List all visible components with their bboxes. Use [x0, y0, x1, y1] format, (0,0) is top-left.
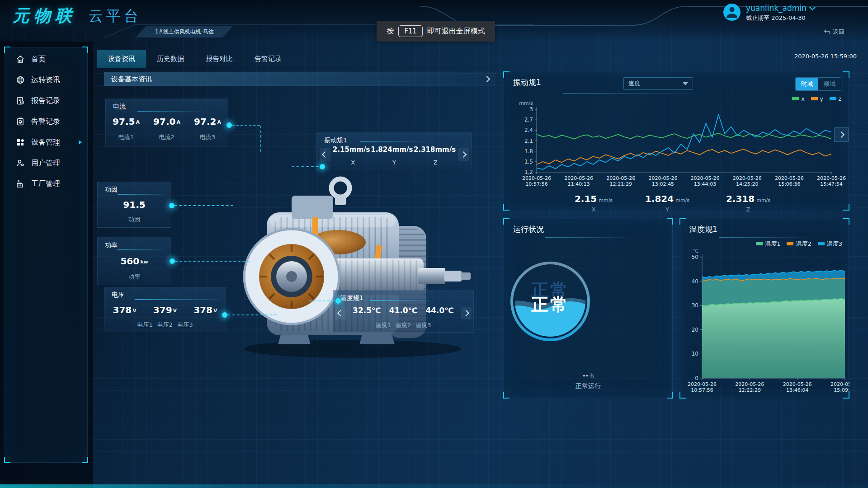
- sidebar-item-label: 用户管理: [31, 159, 60, 168]
- sidebar-item-user-management[interactable]: 用户管理: [5, 154, 87, 172]
- svg-text:2020-05-2614:25:20: 2020-05-2614:25:20: [733, 175, 762, 187]
- vibration-prev-button[interactable]: [320, 148, 330, 161]
- temperature-chart: 50403020100℃2020-05-2610:57:562020-05-26…: [680, 248, 849, 397]
- svg-text:2.4: 2.4: [524, 127, 533, 133]
- voltage-card: 电压 378V 379V 378V 电压1 电压2 电压3: [104, 287, 226, 332]
- vibration-summary-y: 1.824mm/s Y: [638, 193, 697, 213]
- svg-text:℃: ℃: [693, 248, 698, 254]
- legend-item-temp1: 温度1: [756, 240, 780, 248]
- connector-dot: [226, 122, 232, 128]
- sidebar: 首页 运转资讯 报告记录: [5, 47, 88, 463]
- svg-text:40: 40: [692, 278, 698, 285]
- card-title: 功率: [105, 241, 118, 249]
- svg-text:20: 20: [692, 327, 698, 333]
- current-3-value: 97.2A: [194, 116, 221, 127]
- tab-report-compare[interactable]: 报告对比: [195, 50, 244, 68]
- measurement-type-dropdown[interactable]: 速度: [623, 77, 693, 90]
- submenu-arrow-icon: [79, 140, 82, 145]
- current-1-value: 97.5A: [113, 116, 140, 127]
- current-2-label: 电流2: [159, 133, 175, 141]
- sidebar-item-device-management[interactable]: 设备管理: [5, 133, 87, 151]
- power-factor-value: 91.5: [123, 199, 145, 210]
- voltage-3-value: 378V: [193, 305, 217, 315]
- voltage-1-label: 电压1: [137, 321, 153, 329]
- power-value: 560kw: [120, 256, 148, 267]
- license-expiry: 截止期至 2025-04-30: [746, 14, 806, 22]
- sidebar-item-home[interactable]: 首页: [5, 50, 87, 68]
- factory-icon: [16, 179, 25, 188]
- return-arrow-icon: [824, 29, 830, 35]
- tab-alarm-records[interactable]: 告警记录: [244, 50, 292, 68]
- card-title: 电压: [112, 291, 124, 299]
- device-name-ribbon: 1#线主供风机电机-马达: [136, 26, 233, 38]
- user-name: yuanlink_admin: [746, 4, 807, 13]
- vibration-next-button[interactable]: [458, 148, 469, 161]
- sidebar-item-factory-management[interactable]: 工厂管理: [5, 175, 87, 193]
- temperature-1-label: 温度1: [376, 321, 391, 329]
- connector-dot: [335, 298, 341, 304]
- temperature-prev-button[interactable]: [335, 307, 346, 319]
- globe-icon: [16, 75, 25, 84]
- person-icon: [723, 4, 741, 21]
- current-datetime: 2020-05-26 15:59:00: [769, 53, 857, 60]
- user-menu[interactable]: yuanlink_admin: [746, 4, 815, 13]
- current-3-label: 电流3: [200, 133, 215, 141]
- sidebar-item-operation-info[interactable]: 运转资讯: [5, 71, 87, 89]
- sidebar-item-report-records[interactable]: 报告记录: [5, 92, 87, 110]
- card-title: 振动规1: [324, 136, 347, 145]
- status-panel-title: 运行状况: [513, 224, 544, 235]
- card-title: 功因: [105, 186, 118, 194]
- connector-line: [175, 205, 233, 206]
- legend-item-temp2: 温度2: [787, 240, 811, 248]
- connector-line: [309, 300, 335, 301]
- dashboard-root: 元物联 云平台 1#线主供风机电机-马达 按 F11 即可退出全屏模式 yuan…: [0, 0, 868, 488]
- back-label: 返回: [833, 28, 844, 36]
- temperature-legend: 温度1 温度2 温度3: [756, 240, 842, 248]
- connector-line: [227, 314, 277, 315]
- back-button[interactable]: 返回: [824, 28, 844, 36]
- dropdown-value: 速度: [628, 80, 640, 88]
- svg-text:2020-05-2613:46:04: 2020-05-2613:46:04: [783, 381, 812, 393]
- f11-key-icon: F11: [398, 25, 423, 37]
- card-title: 温度规1: [340, 294, 363, 302]
- legend-item-temp3: 温度3: [818, 240, 842, 248]
- sidebar-item-label: 首页: [31, 55, 46, 64]
- vibration-z-value: 2.318mm/s: [414, 145, 456, 154]
- svg-text:2020-05-2615:09:37: 2020-05-2615:09:37: [830, 381, 849, 393]
- svg-text:2020-05-2612:22:29: 2020-05-2612:22:29: [735, 381, 764, 393]
- sidebar-item-label: 设备管理: [31, 138, 60, 147]
- sidebar-item-alarm-records[interactable]: 告警记录: [5, 113, 87, 131]
- tab-history-data[interactable]: 历史数据: [146, 50, 195, 68]
- time-domain-button[interactable]: 时域: [796, 78, 818, 90]
- connector-line: [232, 125, 260, 126]
- temperature-panel: 温度规1 温度1 温度2 温度3 50403020100℃2020-05-261…: [680, 219, 849, 398]
- fullscreen-exit-notice: 按 F11 即可退出全屏模式: [377, 21, 495, 42]
- temperature-next-button[interactable]: [461, 307, 472, 319]
- expand-chevron-icon[interactable]: [484, 76, 490, 82]
- vibration-panel: 振动规1 速度 时域 频域 x y z 32.72.42.11.81.51.2m…: [504, 72, 849, 210]
- user-gear-icon: [16, 159, 25, 168]
- temperature-callout-card: 温度规1 32.5℃ 41.0℃ 44.0℃ 温度1 温度2 温度3: [333, 290, 474, 333]
- caret-down-icon: [683, 82, 688, 85]
- user-avatar[interactable]: [723, 4, 741, 21]
- tab-device-info[interactable]: 设备资讯: [97, 50, 146, 68]
- frequency-domain-button[interactable]: 频域: [818, 78, 841, 90]
- connector-dot: [169, 203, 175, 208]
- device-tabs: 设备资讯 历史数据 报告对比 告警记录: [97, 50, 292, 68]
- power-factor-card: 功因 91.5 功因: [97, 182, 171, 228]
- svg-text:2020-05-2610:57:56: 2020-05-2610:57:56: [522, 175, 551, 187]
- vibration-chart: 32.72.42.11.81.51.2mm/s2020-05-2610:57:5…: [504, 99, 849, 192]
- svg-text:2020-05-2615:06:36: 2020-05-2615:06:36: [775, 175, 804, 187]
- chart-next-button[interactable]: [834, 127, 849, 142]
- sidebar-item-label: 运转资讯: [31, 75, 60, 85]
- voltage-1-value: 378V: [113, 305, 137, 315]
- temperature-panel-title: 温度规1: [689, 224, 717, 235]
- current-1-label: 电流1: [118, 133, 134, 141]
- notice-suffix: 即可退出全屏模式: [427, 27, 485, 36]
- connector-dot: [320, 164, 325, 169]
- vibration-callout-card: 振动规1 2.15mm/s 1.824mm/s 2.318mm/s X Y Z: [316, 132, 472, 171]
- running-hours: --h: [504, 371, 672, 380]
- svg-text:30: 30: [692, 302, 698, 309]
- sidebar-item-label: 报告记录: [31, 96, 60, 106]
- svg-text:2020-05-2613:44:03: 2020-05-2613:44:03: [691, 175, 720, 187]
